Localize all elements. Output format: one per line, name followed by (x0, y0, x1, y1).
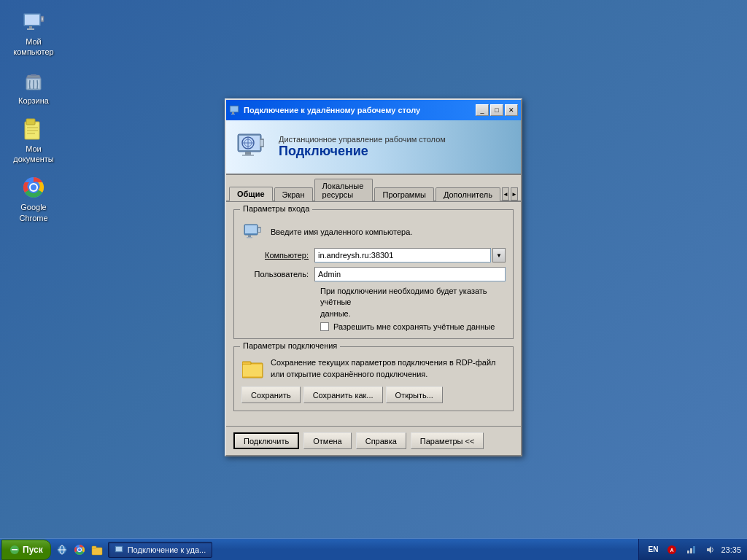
desktop-icon-mycomputer[interactable]: Мойкомпьютер (7, 7, 60, 61)
tab-general[interactable]: Общие (229, 187, 273, 201)
dialog-title: Подключение к удалённому рабочему столу (244, 106, 473, 114)
tab-programs[interactable]: Программы (374, 187, 433, 201)
chrome-icon (22, 176, 45, 199)
computer-icon (241, 220, 265, 244)
tab-screen[interactable]: Экран (274, 187, 313, 201)
connection-group: Параметры подключения Сохранение текущих… (233, 346, 514, 411)
save-credentials-checkbox[interactable] (320, 322, 329, 331)
open-button[interactable]: Открыть... (386, 386, 443, 403)
taskbar: Пуск (0, 538, 747, 560)
desktop-icon-chrome[interactable]: Google Chrome (7, 173, 60, 226)
tray-clock[interactable]: 23:35 (721, 545, 741, 554)
svg-rect-3 (27, 28, 34, 30)
recycle-label: Корзина (18, 96, 49, 106)
mydocs-icon (22, 117, 45, 141)
title-bar-buttons: _ □ ✕ (476, 104, 518, 116)
user-input[interactable] (314, 267, 506, 281)
desktop-icon-recycle[interactable]: Корзина (7, 66, 60, 109)
mydocs-label: Моидокументы (13, 144, 54, 165)
desktop-icon-mydocs[interactable]: Моидокументы (7, 114, 60, 168)
computer-input[interactable] (314, 248, 491, 262)
taskbar-ie-icon[interactable] (54, 542, 70, 558)
description-row: Введите имя удаленного компьютера. (241, 220, 506, 244)
taskbar-rdp-app[interactable]: Подключение к уда... (108, 542, 213, 558)
save-credentials-label: Разрешить мне сохранять учётные данные (333, 322, 495, 331)
tray-sound[interactable] (702, 542, 718, 558)
svg-rect-48 (92, 548, 102, 555)
tray-network[interactable] (683, 542, 699, 558)
dialog-footer: Подключить Отмена Справка Параметры << (226, 426, 521, 455)
connect-button[interactable]: Подключить (233, 432, 299, 449)
save-as-button[interactable]: Сохранить как... (303, 386, 383, 403)
computer-row: Компьютер: ▼ (241, 248, 506, 262)
svg-rect-51 (116, 547, 122, 551)
header-title: Подключение (279, 144, 446, 159)
tab-prev-button[interactable]: ◄ (502, 187, 509, 201)
chrome-label: Google Chrome (10, 202, 57, 223)
tab-next-button[interactable]: ► (511, 187, 518, 201)
tabs-container: Общие Экран Локальные ресурсы Программы … (226, 175, 521, 202)
svg-point-16 (31, 184, 36, 190)
svg-rect-56 (693, 546, 695, 553)
svg-rect-33 (248, 235, 251, 237)
taskbar-apps: Подключение к уда... (105, 542, 639, 558)
maximize-button[interactable]: □ (490, 104, 503, 116)
computer-input-wrap: ▼ (314, 248, 506, 262)
title-bar-icon (229, 104, 241, 116)
close-button[interactable]: ✕ (505, 104, 518, 116)
taskbar-tray: EN A 2 (638, 539, 747, 560)
header-monitor-icon (235, 130, 270, 165)
recycle-icon (22, 69, 45, 93)
folder-icon (241, 357, 265, 381)
connection-group-content: Сохранение текущих параметров подключени… (241, 357, 506, 403)
svg-text:A: A (670, 548, 674, 553)
login-group-content: Введите имя удаленного компьютера. Компь… (241, 220, 506, 331)
user-label: Пользователь: (241, 270, 314, 279)
svg-rect-38 (242, 362, 251, 365)
cancel-button[interactable]: Отмена (303, 432, 351, 449)
start-label: Пуск (23, 545, 43, 555)
start-button[interactable]: Пуск (1, 540, 51, 560)
computer-label: Компьютер: (241, 251, 314, 260)
svg-marker-57 (707, 546, 711, 553)
tab-additional[interactable]: Дополнитель (436, 187, 500, 201)
svg-rect-41 (12, 549, 18, 551)
header-subtitle: Дистанционное управление рабочим столом (279, 135, 446, 144)
taskbar-folder-icon[interactable] (89, 542, 105, 558)
computer-dropdown[interactable]: ▼ (492, 248, 506, 262)
svg-rect-18 (231, 106, 238, 112)
svg-rect-2 (29, 26, 32, 28)
taskbar-quick-launch (54, 542, 105, 558)
svg-rect-55 (690, 548, 692, 553)
computer-description: Введите имя удаленного компьютера. (271, 228, 412, 236)
params-button[interactable]: Параметры << (411, 432, 484, 449)
save-button[interactable]: Сохранить (241, 386, 301, 403)
title-bar: Подключение к удалённому рабочему столу … (226, 100, 521, 120)
svg-rect-32 (245, 225, 257, 233)
login-note: При подключении необходимо будет указать… (320, 286, 506, 319)
minimize-button[interactable]: _ (476, 104, 489, 116)
connection-description: Сохранение текущих параметров подключени… (271, 357, 506, 380)
checkbox-row: Разрешить мне сохранять учётные данные (320, 322, 506, 331)
tray-lang[interactable]: EN (645, 542, 661, 558)
user-input-wrap (314, 267, 506, 281)
dialog-header: Дистанционное управление рабочим столом … (226, 120, 521, 175)
svg-rect-24 (242, 155, 254, 156)
svg-rect-5 (42, 18, 43, 20)
tray-antivirus[interactable]: A (664, 542, 680, 558)
svg-rect-1 (25, 15, 39, 25)
help-button[interactable]: Справка (356, 432, 406, 449)
login-group: Параметры входа (233, 209, 514, 339)
taskbar-rdp-label: Подключение к уда... (128, 545, 206, 554)
tab-local-resources[interactable]: Локальные ресурсы (314, 179, 374, 201)
mycomputer-label: Мойкомпьютер (13, 36, 53, 58)
svg-rect-26 (260, 140, 263, 146)
svg-rect-19 (232, 112, 234, 114)
tab-content: Параметры входа (226, 202, 521, 426)
taskbar-chrome-icon[interactable] (71, 542, 88, 558)
svg-rect-39 (243, 365, 262, 376)
connection-row: Сохранение текущих параметров подключени… (241, 357, 506, 381)
svg-rect-49 (92, 546, 96, 548)
desktop-icons: Мойкомпьютер Корзина (7, 7, 60, 226)
header-text: Дистанционное управление рабочим столом … (279, 135, 446, 159)
